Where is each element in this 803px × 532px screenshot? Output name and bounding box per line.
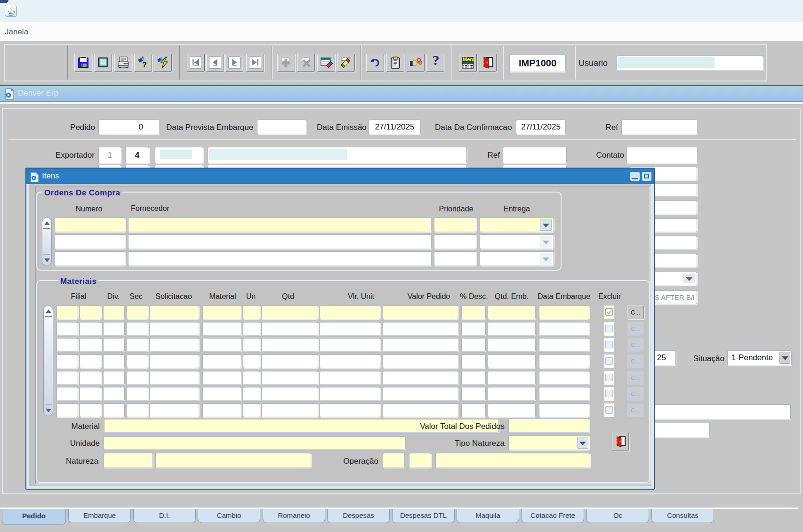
svg-text:Menu: Menu <box>463 56 474 62</box>
svg-text:?: ? <box>142 61 147 69</box>
